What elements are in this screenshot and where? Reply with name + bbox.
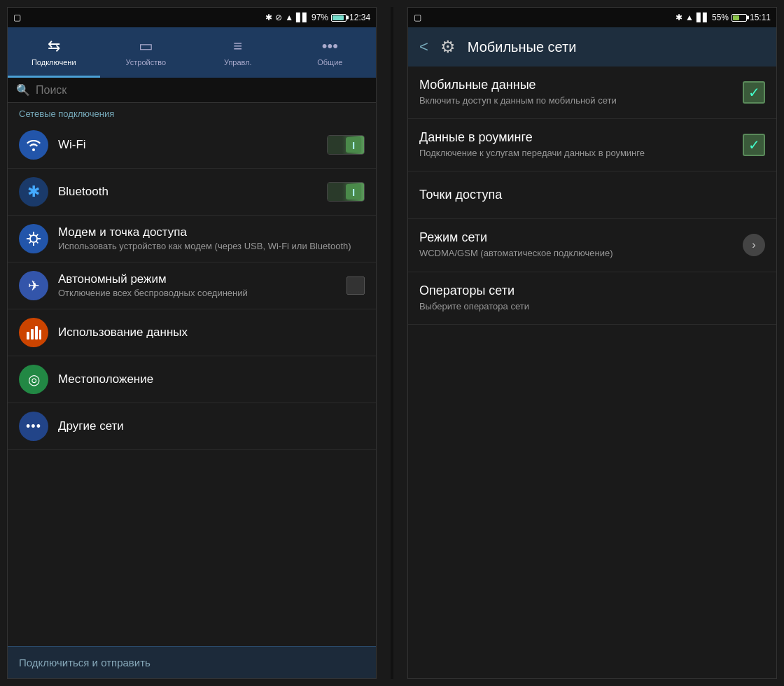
general-tab-label: Общие	[317, 58, 342, 66]
list-item-other-networks[interactable]: ••• Другие сети	[8, 403, 376, 450]
right-battery-fill	[733, 15, 739, 20]
access-points-content: Точки доступа	[419, 188, 765, 202]
battery-icon	[331, 14, 346, 22]
search-input[interactable]	[36, 84, 368, 97]
settings-list: Wi-Fi I ✱ Bluetooth	[8, 122, 376, 646]
left-status-right: ✱ ⊘ ▲ ▋▋ 97% 12:34	[265, 13, 370, 22]
signal-icon: ▋▋	[296, 13, 309, 22]
section-header-text: Сетевые подключения	[19, 108, 114, 119]
bluetooth-content: Bluetooth	[58, 185, 327, 199]
svg-rect-2	[31, 329, 34, 340]
battery-percent: 97%	[312, 13, 328, 22]
location-icon: ◎	[19, 365, 48, 394]
search-bar: 🔍	[8, 78, 376, 103]
panel-divider	[391, 7, 393, 679]
left-status-bar: ▢ ✱ ⊘ ▲ ▋▋ 97% 12:34	[8, 8, 376, 27]
svg-rect-3	[35, 326, 38, 340]
right-header: < ⚙ Мобильные сети	[408, 27, 776, 66]
left-panel: ▢ ✱ ⊘ ▲ ▋▋ 97% 12:34 ⇆ Подключени ▭	[7, 7, 377, 679]
bottom-connect-item[interactable]: Подключиться и отправить	[8, 646, 376, 678]
access-points-title: Точки доступа	[419, 188, 765, 202]
list-item-wifi[interactable]: Wi-Fi I	[8, 122, 376, 169]
roaming-title: Данные в роуминге	[419, 130, 734, 145]
connections-tab-label: Подключени	[31, 58, 76, 66]
mobile-data-title: Мобильные данные	[419, 78, 734, 92]
tab-device[interactable]: ▭ Устройство	[100, 27, 192, 78]
connections-tab-icon: ⇆	[48, 37, 60, 55]
network-mode-action[interactable]: ›	[743, 234, 765, 256]
airplane-toggle[interactable]	[346, 276, 365, 295]
roaming-action[interactable]: ✓	[743, 134, 765, 156]
right-bluetooth-icon: ✱	[676, 13, 682, 22]
data-usage-title: Использование данных	[58, 326, 365, 340]
back-button[interactable]: <	[419, 38, 428, 56]
other-networks-title: Другие сети	[58, 419, 365, 433]
device-icon: ▢	[13, 13, 21, 22]
list-item-location[interactable]: ◎ Местоположение	[8, 356, 376, 403]
manage-tab-icon: ≡	[233, 37, 242, 55]
right-signal-icon: ▋▋	[696, 13, 709, 22]
operators-subtitle: Выберите оператора сети	[419, 300, 765, 313]
right-item-network-mode[interactable]: Режим сети WCDMA/GSM (автоматическое под…	[408, 219, 776, 272]
airplane-subtitle: Отключение всех беспроводных соединений	[58, 288, 346, 300]
wifi-icon	[19, 130, 48, 160]
tab-general[interactable]: ••• Общие	[284, 27, 377, 78]
list-item-data-usage[interactable]: Использование данных	[8, 309, 376, 356]
other-networks-content: Другие сети	[58, 419, 365, 433]
battery-fill	[332, 15, 344, 20]
mute-icon: ⊘	[275, 13, 282, 22]
right-item-operators[interactable]: Операторы сети Выберите оператора сети	[408, 272, 776, 325]
right-status-left: ▢	[414, 13, 421, 22]
mobile-data-checkmark: ✓	[743, 81, 765, 104]
right-panel: ▢ ✱ ▲ ▋▋ 55% 15:11 < ⚙ Мобильные сети	[407, 7, 777, 679]
operators-title: Операторы сети	[419, 284, 765, 298]
manage-tab-label: Управл.	[224, 58, 252, 66]
data-usage-icon	[19, 318, 48, 347]
roaming-content: Данные в роуминге Подключение к услугам …	[419, 130, 734, 160]
airplane-checkbox[interactable]	[346, 276, 365, 295]
svg-rect-1	[27, 332, 29, 340]
tab-connections[interactable]: ⇆ Подключени	[8, 27, 100, 78]
wifi-content: Wi-Fi	[58, 138, 327, 152]
section-header-connections: Сетевые подключения	[8, 103, 376, 122]
right-item-mobile-data[interactable]: Мобильные данные Включить доступ к данны…	[408, 66, 776, 119]
device-tab-icon: ▭	[139, 37, 153, 55]
roaming-checkmark: ✓	[743, 134, 765, 156]
svg-rect-4	[39, 330, 41, 340]
bluetooth-toggle[interactable]: I	[327, 182, 365, 202]
bottom-connect-label: Подключиться и отправить	[19, 657, 150, 668]
wifi-toggle-knob: I	[346, 137, 361, 153]
bluetooth-title: Bluetooth	[58, 185, 327, 199]
modem-title: Модем и точка доступа	[58, 225, 365, 239]
gear-icon: ⚙	[435, 34, 461, 59]
right-wifi-icon: ▲	[685, 13, 694, 22]
location-title: Местоположение	[58, 372, 365, 386]
svg-point-0	[30, 235, 37, 242]
other-networks-icon: •••	[19, 412, 48, 441]
airplane-title: Автономный режим	[58, 272, 346, 286]
mobile-data-action[interactable]: ✓	[743, 81, 765, 104]
right-battery-icon	[732, 14, 747, 22]
mobile-data-subtitle: Включить доступ к данным по мобильной се…	[419, 94, 734, 107]
airplane-content: Автономный режим Отключение всех беспров…	[58, 272, 346, 300]
right-device-icon: ▢	[414, 13, 421, 22]
wifi-status-icon: ▲	[285, 13, 293, 22]
right-battery-percent: 55%	[712, 13, 729, 22]
list-item-modem[interactable]: Модем и точка доступа Использовать устро…	[8, 216, 376, 262]
wifi-toggle[interactable]: I	[327, 135, 365, 155]
right-item-access-points[interactable]: Точки доступа	[408, 172, 776, 219]
bluetooth-icon: ✱	[19, 177, 48, 206]
right-status-bar: ▢ ✱ ▲ ▋▋ 55% 15:11	[408, 8, 776, 27]
tab-manage[interactable]: ≡ Управл.	[192, 27, 284, 78]
left-status-left: ▢	[13, 13, 21, 22]
right-settings-list: Мобильные данные Включить доступ к данны…	[408, 66, 776, 678]
network-mode-content: Режим сети WCDMA/GSM (автоматическое под…	[419, 230, 734, 260]
network-mode-title: Режим сети	[419, 230, 734, 245]
data-usage-content: Использование данных	[58, 326, 365, 340]
right-item-roaming[interactable]: Данные в роуминге Подключение к услугам …	[408, 119, 776, 172]
airplane-icon: ✈	[19, 271, 48, 300]
list-item-airplane[interactable]: ✈ Автономный режим Отключение всех беспр…	[8, 262, 376, 309]
wifi-title: Wi-Fi	[58, 138, 327, 152]
right-status-right: ✱ ▲ ▋▋ 55% 15:11	[676, 13, 771, 22]
list-item-bluetooth[interactable]: ✱ Bluetooth I	[8, 169, 376, 216]
